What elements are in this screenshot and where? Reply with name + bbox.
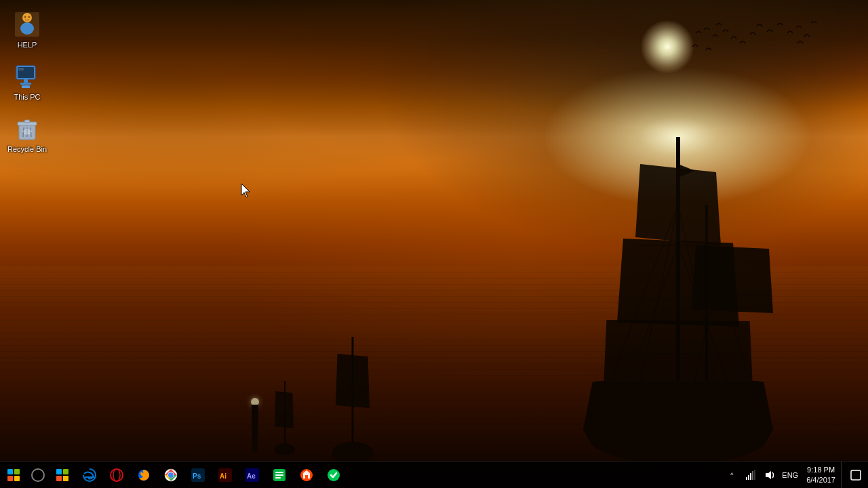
svg-rect-20 bbox=[20, 83, 31, 85]
recyclebin-icon-label: Recycle Bin bbox=[7, 145, 47, 154]
photoshop-icon: Ps bbox=[191, 468, 205, 483]
svg-text:Ps: Ps bbox=[193, 472, 201, 480]
ships-layer bbox=[0, 145, 868, 462]
desktop: HELP This PC bbox=[0, 0, 868, 488]
svg-text:Ae: Ae bbox=[247, 472, 256, 480]
help-icon-container[interactable]: HELP bbox=[1, 7, 53, 54]
clock-time: 9:18 PM bbox=[807, 465, 835, 474]
notification-icon bbox=[850, 470, 861, 481]
chrome-icon bbox=[163, 468, 178, 483]
recyclebin-icon bbox=[14, 115, 41, 142]
svg-rect-29 bbox=[63, 469, 68, 474]
greenapp-button[interactable] bbox=[266, 462, 293, 489]
svg-point-15 bbox=[28, 16, 31, 18]
svg-point-37 bbox=[169, 473, 173, 477]
svg-point-33 bbox=[113, 469, 120, 481]
show-desktop-button[interactable] bbox=[841, 462, 846, 489]
cortana-button[interactable] bbox=[27, 462, 49, 489]
photoshop-button[interactable]: Ps bbox=[184, 462, 212, 489]
thispc-icon bbox=[14, 63, 41, 90]
aftereffects-button[interactable]: Ae bbox=[239, 462, 266, 489]
greenapp2-icon bbox=[326, 468, 341, 483]
volume-icon-button[interactable] bbox=[760, 462, 779, 489]
moon bbox=[640, 20, 694, 74]
svg-rect-19 bbox=[24, 79, 28, 83]
volume-icon bbox=[764, 470, 775, 481]
desktop-icons: HELP This PC bbox=[0, 0, 54, 164]
edge-icon bbox=[82, 468, 97, 483]
svg-rect-46 bbox=[275, 474, 283, 476]
greenapp2-button[interactable] bbox=[320, 462, 347, 489]
svg-rect-50 bbox=[746, 477, 747, 480]
svg-rect-51 bbox=[748, 475, 749, 480]
svg-rect-53 bbox=[752, 471, 753, 480]
network-icon bbox=[745, 470, 756, 481]
tray-overflow-button[interactable]: ^ bbox=[722, 462, 741, 489]
small-ship bbox=[326, 327, 380, 462]
opera-button[interactable] bbox=[103, 462, 130, 489]
svg-rect-27 bbox=[24, 120, 30, 123]
cortana-icon bbox=[31, 468, 45, 482]
svg-rect-18 bbox=[18, 68, 24, 70]
redapp-button[interactable] bbox=[293, 462, 320, 489]
system-tray: ^ ENG bbox=[722, 462, 868, 489]
svg-rect-21 bbox=[22, 85, 30, 88]
redapp-icon bbox=[299, 468, 314, 483]
notification-button[interactable] bbox=[846, 462, 865, 489]
svg-rect-45 bbox=[275, 472, 283, 473]
svg-line-23 bbox=[23, 127, 24, 137]
store-icon bbox=[55, 468, 70, 483]
help-icon bbox=[14, 11, 41, 38]
firefox-button[interactable] bbox=[130, 462, 157, 489]
store-button[interactable] bbox=[49, 462, 76, 489]
svg-point-14 bbox=[24, 16, 26, 18]
taskbar: Ps Ai Ae bbox=[0, 461, 868, 488]
svg-rect-52 bbox=[750, 473, 751, 480]
greenapp-icon bbox=[272, 468, 287, 483]
lighthouse bbox=[251, 398, 259, 452]
illustrator-button[interactable]: Ai bbox=[212, 462, 239, 489]
svg-rect-55 bbox=[851, 470, 861, 480]
language-button[interactable]: ENG bbox=[779, 462, 801, 489]
svg-rect-30 bbox=[56, 476, 62, 481]
illustrator-icon: Ai bbox=[218, 468, 233, 483]
main-ship bbox=[570, 110, 787, 462]
svg-rect-31 bbox=[63, 476, 68, 481]
thispc-icon-label: This PC bbox=[14, 93, 40, 102]
network-icon-button[interactable] bbox=[741, 462, 760, 489]
windows-logo bbox=[7, 469, 20, 481]
svg-point-12 bbox=[22, 13, 32, 22]
chrome-button[interactable] bbox=[157, 462, 184, 489]
svg-text:Ai: Ai bbox=[220, 472, 226, 480]
start-button[interactable] bbox=[0, 462, 27, 489]
recyclebin-icon-container[interactable]: Recycle Bin bbox=[1, 111, 53, 158]
edge-button[interactable] bbox=[76, 462, 103, 489]
svg-point-13 bbox=[20, 22, 34, 35]
svg-rect-28 bbox=[56, 469, 62, 474]
firefox-icon bbox=[136, 468, 151, 483]
clock-button[interactable]: 9:18 PM 6/4/2017 bbox=[801, 462, 841, 489]
tiny-ship bbox=[271, 374, 298, 455]
language-label: ENG bbox=[782, 471, 798, 479]
opera-icon bbox=[109, 468, 124, 483]
svg-rect-54 bbox=[754, 470, 755, 480]
aftereffects-icon: Ae bbox=[245, 468, 260, 483]
taskbar-apps: Ps Ai Ae bbox=[49, 462, 722, 489]
thispc-icon-container[interactable]: This PC bbox=[1, 59, 53, 106]
help-icon-label: HELP bbox=[18, 41, 37, 49]
svg-rect-47 bbox=[275, 477, 281, 479]
birds-group bbox=[689, 20, 825, 77]
svg-point-32 bbox=[111, 469, 123, 481]
tray-chevron-icon: ^ bbox=[730, 472, 733, 479]
svg-line-25 bbox=[31, 127, 31, 137]
clock-date: 6/4/2017 bbox=[806, 475, 835, 485]
